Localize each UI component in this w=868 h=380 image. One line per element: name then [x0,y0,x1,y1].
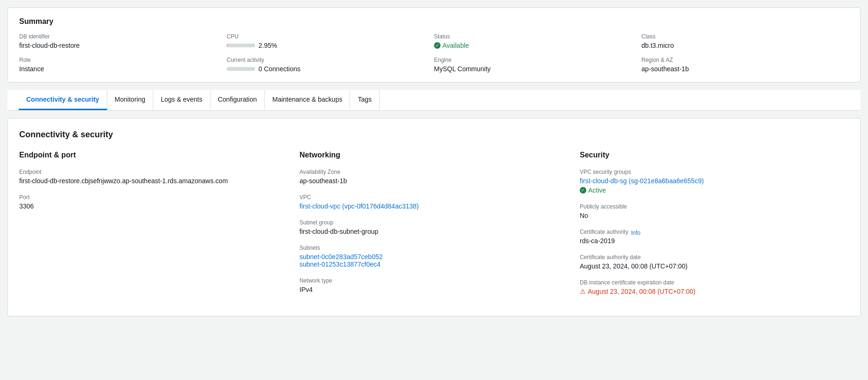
connectivity-security-section: Connectivity & security Endpoint & port … [7,118,861,316]
security-col-title: Security [580,151,849,159]
role-item: Role Instance [19,57,227,73]
port-field: Port 3306 [19,194,288,210]
publicly-accessible-label: Publicly accessible [580,203,849,210]
status-label: Status [434,33,642,40]
cert-authority-date-field: Certificate authority date August 23, 20… [580,254,849,270]
tab-monitoring[interactable]: Monitoring [107,90,153,110]
summary-grid: DB identifier first-cloud-db-restore CPU… [19,33,849,73]
section-title: Connectivity & security [19,130,849,140]
network-type-label: Network type [299,277,569,284]
engine-label: Engine [434,57,642,63]
networking-col: Networking Availability Zone ap-southeas… [299,151,569,305]
vpc-field: VPC first-cloud-vpc (vpc-0f0176d4d84ac31… [299,194,569,210]
db-cert-expiration-field: DB instance certificate expiration date … [580,279,849,295]
certificate-authority-value: rds-ca-2019 [580,237,849,245]
status-check-icon: ✓ [434,42,441,49]
availability-zone-field: Availability Zone ap-southeast-1b [299,169,569,185]
port-value: 3306 [19,202,288,210]
vpc-label: VPC [299,194,569,201]
endpoint-port-col: Endpoint & port Endpoint first-cloud-db-… [19,151,288,305]
status-item: Status ✓ Available [434,33,642,49]
status-available: ✓ Available [434,42,642,49]
vpc-link[interactable]: first-cloud-vpc (vpc-0f0176d4d84ac3138) [299,202,419,210]
endpoint-port-col-title: Endpoint & port [19,151,288,159]
sg-status: Active [588,186,606,194]
availability-zone-label: Availability Zone [299,169,569,175]
sg-active-badge: ✓ Active [580,186,849,194]
sg-link[interactable]: first-cloud-db-sg (sg-021e8a6baa6e655c9) [580,177,704,185]
cpu-bar [227,44,255,47]
cpu-bar-container: 2.95% [227,42,434,49]
security-col: Security VPC security groups first-cloud… [580,151,849,305]
current-activity-value: 0 Connections [259,65,301,73]
certificate-authority-field: Certificate authority Info rds-ca-2019 [580,229,849,245]
availability-zone-value: ap-southeast-1b [299,177,569,185]
db-cert-expiration-link[interactable]: ⚠ August 23, 2024, 00:08 (UTC+07:00) [580,288,849,295]
tabs-container: Connectivity & security Monitoring Logs … [7,90,861,111]
region-az-item: Region & AZ ap-southeast-1b [642,57,849,73]
db-identifier-item: DB identifier first-cloud-db-restore [19,33,227,49]
role-label: Role [19,57,227,63]
sg-active-icon: ✓ [580,187,586,194]
tab-configuration[interactable]: Configuration [210,90,265,110]
engine-item: Engine MySQL Community [434,57,642,73]
cert-authority-row: Certificate authority Info [580,229,849,237]
class-label: Class [642,33,849,40]
vpc-security-groups-label: VPC security groups [580,169,849,175]
current-activity-label: Current activity [227,57,434,63]
port-label: Port [19,194,288,201]
network-type-value: IPv4 [299,286,569,293]
class-item: Class db.t3.micro [642,33,849,49]
summary-title: Summary [19,17,849,26]
cert-authority-date-label: Certificate authority date [580,254,849,261]
tab-tags[interactable]: Tags [350,90,380,110]
db-identifier-label: DB identifier [19,33,227,40]
cpu-bar-fill [227,44,228,47]
publicly-accessible-value: No [580,212,849,219]
cpu-label: CPU [227,33,434,40]
endpoint-label: Endpoint [19,169,288,175]
vpc-security-groups-field: VPC security groups first-cloud-db-sg (s… [580,169,849,194]
three-col-grid: Endpoint & port Endpoint first-cloud-db-… [19,151,849,305]
engine-value: MySQL Community [434,65,642,73]
cpu-item: CPU 2.95% [227,33,434,49]
current-activity-item: Current activity 0 Connections [227,57,434,73]
class-value: db.t3.micro [642,42,849,49]
tab-logs-events[interactable]: Logs & events [153,90,210,110]
connections-bar [227,67,255,71]
subnet-group-label: Subnet group [299,219,569,226]
subnet-group-value: first-cloud-db-subnet-group [299,228,569,235]
connections-bar-container: 0 Connections [227,65,434,73]
warning-triangle-icon: ⚠ [580,288,586,295]
role-value: Instance [19,65,227,73]
networking-col-title: Networking [299,151,569,159]
tab-connectivity-security[interactable]: Connectivity & security [19,90,107,110]
subnets-field: Subnets subnet-0c0e283ad57ceb052 subnet-… [299,245,569,268]
endpoint-value: first-cloud-db-restore.cbjsefnjwwzo.ap-s… [19,177,288,185]
network-type-field: Network type IPv4 [299,277,569,293]
certificate-authority-label: Certificate authority [580,229,628,235]
db-cert-expiration-label: DB instance certificate expiration date [580,279,849,286]
cert-authority-date-value: August 23, 2024, 00:08 (UTC+07:00) [580,262,849,270]
status-value: Available [442,42,469,49]
subnet-group-field: Subnet group first-cloud-db-subnet-group [299,219,569,235]
summary-card: Summary DB identifier first-cloud-db-res… [7,7,861,82]
db-identifier-value: first-cloud-db-restore [19,42,227,49]
certificate-authority-info-link[interactable]: Info [631,230,640,236]
tab-maintenance-backups[interactable]: Maintenance & backups [265,90,350,110]
region-az-value: ap-southeast-1b [642,65,849,73]
endpoint-field: Endpoint first-cloud-db-restore.cbjsefnj… [19,169,288,185]
cpu-value: 2.95% [259,42,277,49]
subnet2-link[interactable]: subnet-01253c13877cf0ec4 [299,261,381,268]
region-az-label: Region & AZ [642,57,849,63]
subnet1-link[interactable]: subnet-0c0e283ad57ceb052 [299,253,383,261]
subnets-label: Subnets [299,245,569,251]
publicly-accessible-field: Publicly accessible No [580,203,849,219]
db-cert-expiration-value: August 23, 2024, 00:08 (UTC+07:00) [588,288,696,295]
